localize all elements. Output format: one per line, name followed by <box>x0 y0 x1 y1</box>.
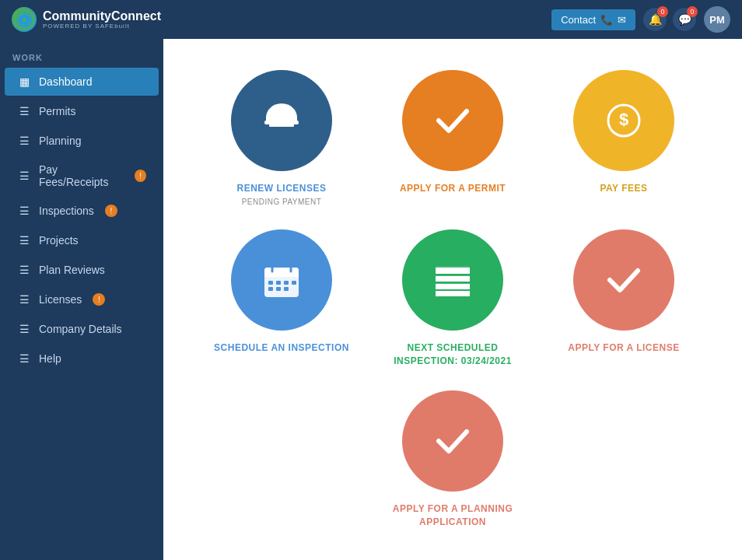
bell-icon[interactable]: 🔔 0 <box>643 8 667 31</box>
card-next-inspection[interactable]: NEXT SCHEDULEDINSPECTION: 03/24/2021 <box>383 229 523 368</box>
company-icon: ☰ <box>17 322 31 336</box>
next-inspection-title: NEXT SCHEDULEDINSPECTION: 03/24/2021 <box>394 341 512 368</box>
sidebar-label-inspections: Inspections <box>39 205 94 217</box>
help-icon: ☰ <box>17 352 31 366</box>
licenses-badge: ! <box>93 293 105 306</box>
inspections-badge: ! <box>105 205 117 217</box>
notif2-badge: 0 <box>687 6 698 17</box>
svg-point-2 <box>22 17 26 21</box>
sidebar-item-company-details[interactable]: ☰ Company Details <box>5 315 159 343</box>
schedule-inspection-circle <box>231 229 332 331</box>
apply-license-circle <box>573 229 674 331</box>
svg-rect-26 <box>436 282 470 283</box>
sidebar-label-plan-reviews: Plan Reviews <box>39 264 105 276</box>
sidebar-item-help[interactable]: ☰ Help <box>5 345 159 373</box>
logo-icon <box>12 7 37 32</box>
sidebar-item-permits[interactable]: ☰ Permits <box>5 97 159 125</box>
renew-licenses-title: RENEW LICENSES <box>236 182 326 195</box>
sidebar-item-dashboard[interactable]: ▦ Dashboard <box>5 68 159 96</box>
permits-icon: ☰ <box>17 104 31 118</box>
apply-license-title: APPLY FOR A LICENSE <box>568 341 679 355</box>
user-avatar[interactable]: PM <box>704 6 730 33</box>
sidebar-item-inspections[interactable]: ☰ Inspections ! <box>5 197 159 225</box>
projects-icon: ☰ <box>17 233 31 247</box>
pay-fees-badge: ! <box>135 170 146 182</box>
sidebar: WORK ▦ Dashboard ☰ Permits ☰ Planning ☰ … <box>0 39 163 560</box>
svg-rect-14 <box>276 281 281 285</box>
sidebar-label-projects: Projects <box>39 234 79 247</box>
card-apply-planning[interactable]: APPLY FOR A PLANNINGAPPLICATION <box>393 390 513 529</box>
svg-rect-4 <box>269 124 294 127</box>
svg-rect-17 <box>268 287 273 291</box>
logo-area: CommunityConnect POWERED BY SAFEbuilt <box>12 7 161 32</box>
pay-fees-circle: $ <box>573 70 674 171</box>
plan-reviews-icon: ☰ <box>17 263 31 277</box>
app-subtitle: POWERED BY SAFEbuilt <box>43 23 161 30</box>
planning-icon: ☰ <box>17 134 31 148</box>
svg-rect-18 <box>276 287 281 291</box>
svg-rect-27 <box>436 289 470 291</box>
card-apply-permit[interactable]: APPLY FOR A PERMIT <box>383 70 523 206</box>
apply-planning-title: APPLY FOR A PLANNINGAPPLICATION <box>393 502 513 529</box>
card-pay-fees[interactable]: $ PAY FEES <box>554 70 694 206</box>
sidebar-label-licenses: Licenses <box>39 293 82 306</box>
svg-text:$: $ <box>619 110 628 129</box>
sidebar-item-licenses[interactable]: ☰ Licenses ! <box>5 285 159 313</box>
svg-rect-25 <box>436 274 470 275</box>
sidebar-label-permits: Permits <box>39 105 75 117</box>
svg-rect-23 <box>436 284 470 289</box>
svg-rect-3 <box>264 121 299 124</box>
sidebar-label-planning: Planning <box>39 135 82 147</box>
svg-rect-19 <box>284 287 289 291</box>
schedule-inspection-title: SCHEDULE AN INSPECTION <box>214 341 349 355</box>
app-title: CommunityConnect <box>43 9 161 23</box>
card-apply-license[interactable]: APPLY FOR A LICENSE <box>554 229 694 368</box>
next-inspection-circle <box>402 229 503 331</box>
card-schedule-inspection[interactable]: SCHEDULE AN INSPECTION <box>212 229 352 368</box>
renew-licenses-circle <box>231 70 332 171</box>
contact-button[interactable]: Contact 📞 ✉ <box>551 9 635 30</box>
pay-fees-title: PAY FEES <box>600 182 647 195</box>
dashboard-icon: ▦ <box>17 75 31 89</box>
sidebar-label-help: Help <box>39 352 61 365</box>
header-right: Contact 📞 ✉ 🔔 0 💬 0 PM <box>551 6 730 33</box>
svg-rect-22 <box>436 276 470 282</box>
card-renew-licenses[interactable]: RENEW LICENSES PENDING PAYMENT <box>212 70 352 206</box>
sidebar-label-dashboard: Dashboard <box>39 75 93 88</box>
svg-rect-13 <box>268 281 273 285</box>
mail-icon: ✉ <box>618 14 626 26</box>
sidebar-label-pay-fees: Pay Fees/Receipts <box>39 163 124 188</box>
header: CommunityConnect POWERED BY SAFEbuilt Co… <box>0 0 742 39</box>
dashboard-bottom-row: APPLY FOR A PLANNINGAPPLICATION <box>393 390 513 529</box>
body-area: WORK ▦ Dashboard ☰ Permits ☰ Planning ☰ … <box>0 39 742 560</box>
notif1-badge: 0 <box>657 6 668 17</box>
licenses-icon: ☰ <box>17 292 31 306</box>
svg-rect-21 <box>436 268 470 274</box>
contact-label: Contact <box>561 14 596 26</box>
chat-icon[interactable]: 💬 0 <box>673 8 696 31</box>
sidebar-label-company: Company Details <box>39 323 122 335</box>
dashboard-grid: RENEW LICENSES PENDING PAYMENT APPLY FOR… <box>212 70 694 367</box>
sidebar-item-pay-fees[interactable]: ☰ Pay Fees/Receipts ! <box>5 156 159 195</box>
sidebar-item-planning[interactable]: ☰ Planning <box>5 127 159 155</box>
logo-text: CommunityConnect POWERED BY SAFEbuilt <box>43 9 161 30</box>
apply-planning-circle <box>402 390 503 492</box>
sidebar-item-projects[interactable]: ☰ Projects <box>5 226 159 254</box>
renew-licenses-subtitle: PENDING PAYMENT <box>242 198 322 206</box>
notification-area: 🔔 0 💬 0 <box>643 8 696 31</box>
apply-permit-circle <box>402 70 503 171</box>
svg-rect-10 <box>264 274 299 277</box>
inspections-icon: ☰ <box>17 204 31 218</box>
svg-rect-24 <box>436 291 470 296</box>
pay-fees-icon: ☰ <box>17 169 31 183</box>
phone-icon: 📞 <box>600 14 613 26</box>
svg-rect-15 <box>284 281 289 285</box>
svg-rect-16 <box>292 281 296 285</box>
sidebar-section-work: WORK <box>0 47 163 67</box>
sidebar-item-plan-reviews[interactable]: ☰ Plan Reviews <box>5 256 159 284</box>
main-content: RENEW LICENSES PENDING PAYMENT APPLY FOR… <box>163 39 742 560</box>
apply-permit-title: APPLY FOR A PERMIT <box>400 182 506 195</box>
